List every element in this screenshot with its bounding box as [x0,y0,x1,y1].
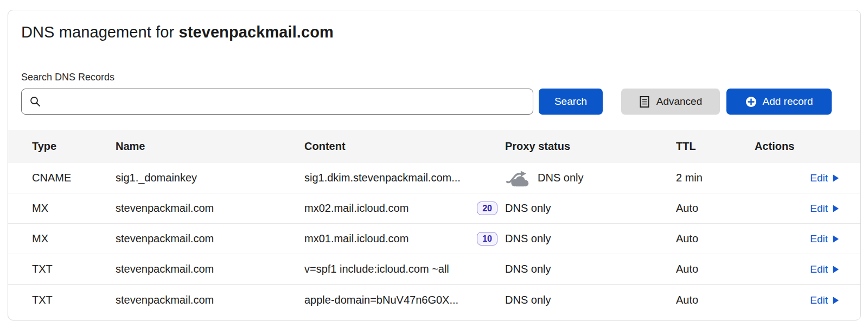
table-row: TXT stevenpackmail.com v=spf1 include:ic… [8,254,860,285]
edit-link-label: Edit [810,294,828,306]
search-label: Search DNS Records [21,72,860,83]
edit-link-label: Edit [810,172,828,184]
record-type: TXT [32,294,116,306]
column-header-actions: Actions [755,140,839,153]
domain-name: stevenpackmail.com [178,23,334,41]
proxy-status: DNS only [505,232,676,245]
column-header-proxy-status: Proxy status [505,140,676,153]
record-name: stevenpackmail.com [116,294,304,306]
table-row: MX stevenpackmail.com mx02.mail.icloud.c… [8,193,860,224]
proxy-status-text: DNS only [505,294,551,306]
record-name: stevenpackmail.com [116,263,304,275]
proxy-status-text: DNS only [505,263,551,275]
edit-link[interactable]: Edit [810,172,839,184]
edit-link[interactable]: Edit [810,263,839,275]
record-content-text: mx01.mail.icloud.com [304,232,409,245]
proxy-status: DNS only [505,169,676,187]
column-header-type: Type [32,140,116,153]
table-row: CNAME sig1._domainkey sig1.dkim.stevenpa… [8,163,860,193]
record-content: apple-domain=bNuV47n6G0X... [304,294,505,306]
record-name: stevenpackmail.com [116,232,304,245]
add-record-button-label: Add record [763,96,813,108]
record-name: sig1._domainkey [116,172,304,184]
page-title-prefix: DNS management for [21,23,174,41]
list-document-icon [639,96,650,108]
table-header-row: Type Name Content Proxy status TTL Actio… [8,130,860,163]
edit-link-label: Edit [810,263,828,275]
ttl-value: Auto [676,232,755,245]
record-content: mx02.mail.icloud.com20 [304,202,505,215]
record-content-text: v=spf1 include:icloud.com ~all [304,263,449,275]
advanced-button-label: Advanced [656,96,703,108]
record-type: MX [32,232,116,245]
search-button[interactable]: Search [539,89,603,115]
edit-link[interactable]: Edit [810,233,839,245]
ttl-value: Auto [676,294,755,306]
edit-link[interactable]: Edit [810,203,839,215]
advanced-button[interactable]: Advanced [621,89,720,115]
search-input[interactable] [47,91,525,112]
record-content: v=spf1 include:icloud.com ~all [304,263,505,275]
chevron-right-icon [833,205,839,212]
chevron-right-icon [833,235,839,243]
toolbar: Search Advanced Add record [21,89,847,115]
ttl-value: Auto [676,263,755,275]
edit-link-label: Edit [810,203,828,215]
plus-circle-icon [745,96,757,108]
dns-management-card: DNS management for stevenpackmail.com Se… [8,10,861,320]
ttl-value: Auto [676,202,755,215]
proxy-status-text: DNS only [505,202,551,215]
record-type: TXT [32,263,116,275]
chevron-right-icon [833,174,839,182]
add-record-button[interactable]: Add record [726,89,832,115]
page-title: DNS management for stevenpackmail.com [21,23,860,41]
proxy-status-text: DNS only [505,232,551,245]
proxy-status: DNS only [505,294,676,306]
column-header-content: Content [304,140,505,153]
proxy-status: DNS only [505,263,676,275]
edit-link[interactable]: Edit [810,294,839,306]
proxy-status: DNS only [505,202,676,215]
priority-badge: 20 [477,202,497,215]
cloud-arrow-icon [505,169,530,187]
record-name: stevenpackmail.com [116,202,304,215]
priority-badge: 10 [477,232,497,246]
record-content: sig1.dkim.stevenpackmail.com... [304,172,505,184]
table-row: TXT stevenpackmail.com apple-domain=bNuV… [8,285,860,315]
ttl-value: 2 min [676,172,755,184]
record-content-text: apple-domain=bNuV47n6G0X... [304,294,458,306]
proxy-status-text: DNS only [538,172,583,184]
chevron-right-icon [833,266,839,273]
column-header-name: Name [116,140,304,153]
table-row: MX stevenpackmail.com mx01.mail.icloud.c… [8,224,860,254]
record-type: CNAME [32,172,116,184]
edit-link-label: Edit [810,233,828,245]
record-type: MX [32,202,116,215]
record-content: mx01.mail.icloud.com10 [304,232,505,246]
chevron-right-icon [833,297,839,304]
magnifier-icon [29,96,41,108]
record-content-text: sig1.dkim.stevenpackmail.com... [304,172,461,184]
search-input-box[interactable] [21,89,533,115]
column-header-ttl: TTL [676,140,755,153]
record-content-text: mx02.mail.icloud.com [304,202,409,215]
